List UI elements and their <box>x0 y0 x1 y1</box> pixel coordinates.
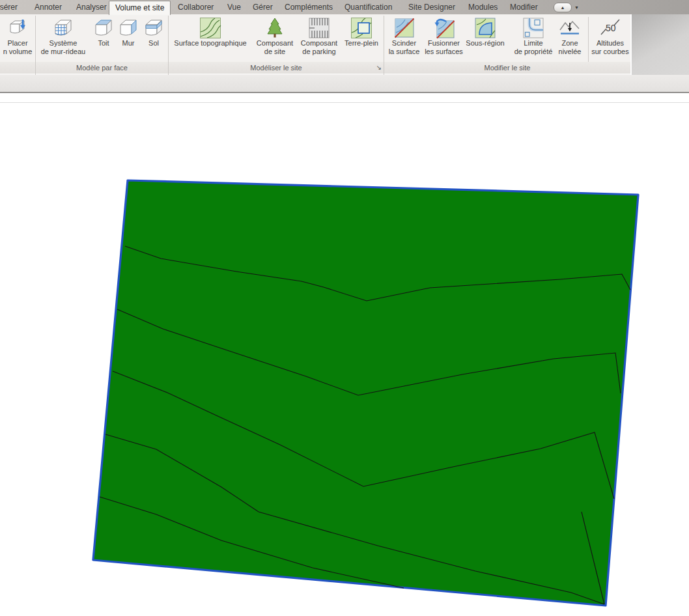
label-contours-icon: 50 <box>599 17 621 39</box>
property-line-button[interactable]: Limite de propriété <box>509 15 557 62</box>
button-label: de parking <box>302 48 335 56</box>
building-pad-icon <box>350 17 373 39</box>
button-label: sur courbes <box>591 48 628 56</box>
property-line-icon <box>522 17 544 39</box>
button-label: de site <box>264 48 285 56</box>
tab-volume-et-site[interactable]: Volume et site <box>109 1 171 15</box>
toposurface-icon <box>199 17 221 39</box>
button-label: Terre-plein <box>344 39 378 48</box>
toposurface-button[interactable]: Surface topographique <box>170 15 251 62</box>
topo-surface[interactable] <box>93 180 638 606</box>
wall-by-face-button[interactable]: Mur <box>117 15 140 62</box>
roof-by-face-icon <box>92 17 115 39</box>
button-label: de propriété <box>514 48 553 56</box>
panel-label-conceptual <box>0 62 35 74</box>
button-label: n volume <box>3 48 33 56</box>
site-component-button[interactable]: Composant de site <box>252 15 298 62</box>
button-label: Composant <box>257 39 293 48</box>
button-label: Système <box>49 39 77 48</box>
tab-complements[interactable]: Compléments <box>280 0 337 14</box>
chevron-down-icon: ▼ <box>574 5 579 10</box>
button-label: de mur-rideau <box>41 48 85 56</box>
canvas-top-divider <box>0 102 689 103</box>
button-label: Mur <box>122 39 135 48</box>
building-pad-button[interactable]: Terre-plein <box>341 15 382 62</box>
split-surface-icon <box>393 17 415 39</box>
curtain-system-by-face-button[interactable]: Système de mur-rideau <box>36 15 90 62</box>
panel-label-modele-par-face[interactable]: Modèle par face <box>36 62 168 74</box>
ribbon-right-empty-area <box>632 14 689 75</box>
split-surface-button[interactable]: Scinder la surface <box>386 15 423 62</box>
tab-collaborer[interactable]: Collaborer <box>173 0 218 14</box>
button-label: Limite <box>524 39 542 48</box>
button-label: Altitudes <box>597 39 624 48</box>
options-bar <box>0 75 689 92</box>
button-label: Sous-région <box>466 39 504 48</box>
panel-label-modeliser-le-site[interactable]: Modéliser le site ↘ <box>169 62 384 74</box>
panel-label-modifier-le-site[interactable]: Modifier le site <box>384 62 630 74</box>
roof-by-face-button[interactable]: Toit <box>92 15 115 62</box>
button-label: Sol <box>148 39 159 48</box>
button-label: nivelée <box>559 48 582 56</box>
tab-modifier[interactable]: Modifier <box>505 0 542 14</box>
button-label: Placer <box>7 39 27 48</box>
parking-component-icon <box>308 17 330 39</box>
panel-label-text: Modifier le site <box>485 64 531 72</box>
dialog-launcher-icon[interactable]: ↘ <box>376 64 382 72</box>
tab-quantification[interactable]: Quantification <box>340 0 397 14</box>
ribbon-tab-bar: nsérer Annoter Analyser Volume et site C… <box>0 0 689 14</box>
ribbon-toggle-icon: ▲ <box>554 3 572 12</box>
tab-site-designer[interactable]: Site Designer <box>404 0 460 14</box>
merge-surfaces-button[interactable]: Fusionner les surfaces <box>423 15 464 62</box>
graded-region-icon <box>559 17 581 39</box>
button-label: Toit <box>98 39 109 48</box>
parking-component-button[interactable]: Composant de parking <box>298 15 341 62</box>
place-mass-button[interactable]: Placer n volume <box>0 15 35 62</box>
button-label: Fusionner <box>428 39 460 48</box>
subregion-icon <box>474 17 496 39</box>
curtain-wall-system-icon <box>52 17 74 39</box>
revit-window: nsérer Annoter Analyser Volume et site C… <box>0 0 689 616</box>
options-bar-border <box>0 92 689 93</box>
button-label: Surface topographique <box>174 39 246 48</box>
wall-by-face-icon <box>117 17 139 39</box>
ribbon-minimize-toggle[interactable]: ▲ ▼ <box>554 3 579 12</box>
panel-label-text: Modéliser le site <box>250 64 302 72</box>
floor-by-face-icon <box>143 17 165 39</box>
button-label: Scinder <box>392 39 416 48</box>
button-label: les surfaces <box>425 48 463 56</box>
tab-analyser[interactable]: Analyser <box>72 0 111 14</box>
site-component-icon <box>264 17 286 39</box>
merge-surfaces-icon <box>433 17 455 39</box>
floor-by-face-button[interactable]: Sol <box>142 15 165 62</box>
tab-inserer[interactable]: nsérer <box>0 0 22 14</box>
tab-modules[interactable]: Modules <box>464 0 502 14</box>
tab-gerer[interactable]: Gérer <box>248 0 277 14</box>
button-label: la surface <box>389 48 420 56</box>
subregion-button[interactable]: Sous-région <box>465 15 505 62</box>
mass-place-icon <box>7 17 29 39</box>
label-contours-button[interactable]: 50 Altitudes sur courbes <box>590 15 630 62</box>
button-label: Zone <box>561 39 578 48</box>
tab-annoter[interactable]: Annoter <box>30 0 66 14</box>
svg-text:50: 50 <box>606 23 616 33</box>
panel-label-text: Modèle par face <box>76 64 128 72</box>
tab-vue[interactable]: Vue <box>223 0 246 14</box>
graded-region-button[interactable]: Zone nivelée <box>552 15 587 62</box>
button-label: Composant <box>301 39 337 48</box>
